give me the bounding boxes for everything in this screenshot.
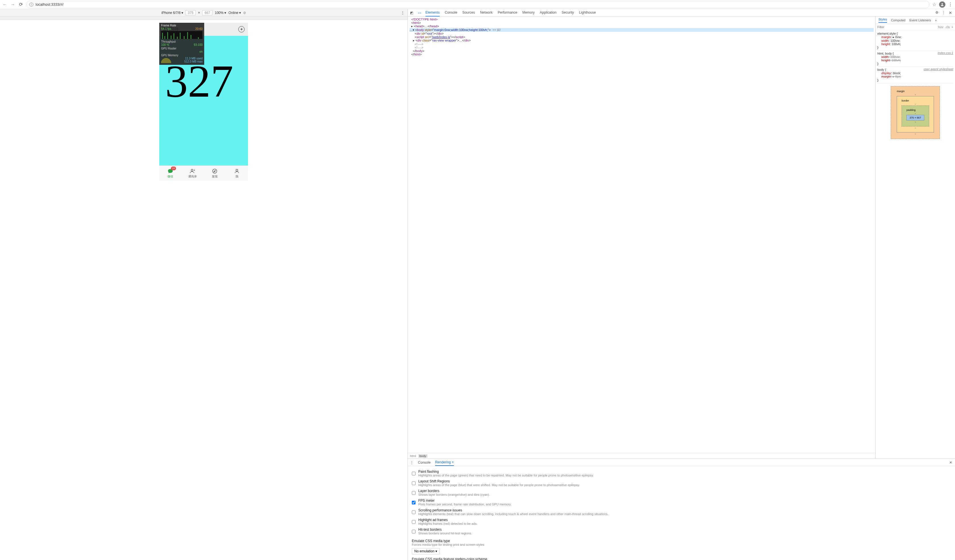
reload-button[interactable]: ⟳ [18, 2, 23, 7]
style-rules[interactable]: element.style { margin: ▸ 0vw; width: 10… [876, 30, 955, 458]
styles-tab[interactable]: Styles [878, 18, 887, 23]
device-more-icon[interactable]: ⋮ [401, 11, 405, 15]
devtools-tab-memory[interactable]: Memory [523, 9, 535, 17]
browser-menu-icon[interactable]: ⋮ [948, 2, 953, 7]
person-icon [233, 168, 240, 174]
devtools-tab-sources[interactable]: Sources [462, 9, 475, 17]
rendering-checkbox[interactable] [412, 470, 415, 477]
rendering-option: Layout Shift RegionsHighlights areas of … [412, 478, 951, 488]
devtools-more-icon[interactable]: ⋮ [942, 11, 945, 15]
fps-overlay: Frame Rate 54.1 fps20-60 Throughput 100 … [159, 23, 204, 65]
dom-breadcrumbs[interactable]: html body [408, 453, 875, 458]
computed-tab[interactable]: Computed [891, 19, 905, 22]
contacts-icon [189, 168, 196, 174]
devtools-tabbar: ◩ ▭ ElementsConsoleSourcesNetworkPerform… [408, 9, 955, 17]
tab-badge: 10 [171, 167, 176, 170]
profile-avatar-icon[interactable] [939, 2, 945, 8]
tab-bar: 10 微信 通讯录 发现 [159, 166, 248, 181]
svg-point-2 [213, 169, 217, 173]
rendering-checkbox[interactable] [412, 518, 415, 525]
compass-icon [211, 168, 218, 174]
rendering-checkbox[interactable] [412, 499, 415, 506]
forward-button[interactable]: → [10, 2, 16, 7]
address-bar[interactable]: i localhost:3333/#/ [26, 1, 929, 8]
devtools-tab-elements[interactable]: Elements [426, 9, 440, 17]
devtools-tab-lighthouse[interactable]: Lighthouse [579, 9, 596, 17]
styles-filter-input[interactable] [877, 25, 936, 29]
back-button[interactable]: ← [2, 2, 8, 7]
device-frame: Frame Rate 54.1 fps20-60 Throughput 100 … [159, 23, 248, 181]
rendering-option: Scrolling performance issuesHighlights e… [412, 507, 951, 517]
drawer-close-icon[interactable]: ✕ [949, 460, 952, 465]
rendering-checkbox[interactable] [412, 509, 415, 516]
big-number: 327 [165, 59, 233, 104]
rendering-option: Highlight ad framesHighlights frames (re… [412, 517, 951, 526]
tab-me[interactable]: 我 [226, 166, 248, 181]
svg-point-1 [191, 169, 193, 171]
svg-point-0 [942, 3, 943, 5]
bookmark-icon[interactable]: ☆ [932, 2, 936, 7]
tab-wechat[interactable]: 10 微信 [159, 166, 182, 181]
devtools-tab-performance[interactable]: Performance [498, 9, 517, 17]
site-info-icon[interactable]: i [29, 3, 33, 6]
rendering-checkbox[interactable] [412, 480, 415, 486]
cls-toggle[interactable]: .cls [945, 25, 950, 29]
ruler-horizontal [0, 17, 407, 20]
devtools-tab-network[interactable]: Network [480, 9, 493, 17]
fps-graph [161, 31, 202, 39]
device-select[interactable]: iPhone 6/7/8 ▾ [161, 11, 183, 15]
devtools-close-icon[interactable]: ✕ [949, 11, 952, 15]
add-button[interactable]: + [238, 26, 244, 33]
rotate-icon[interactable]: ⊘ [243, 11, 246, 15]
devtools-drawer: ⋮ Console Rendering × ✕ Paint flashingHi… [408, 458, 955, 560]
browser-toolbar: ← → ⟳ i localhost:3333/#/ ☆ ⋮ [0, 0, 955, 9]
new-rule-icon[interactable]: + [952, 25, 953, 29]
viewport-height-input[interactable] [202, 10, 213, 16]
dom-tree[interactable]: <!DOCTYPE html> <html> ▸ <head>…</head> … [408, 17, 875, 453]
rendering-option: Hit-test bordersShows borders around hit… [412, 526, 951, 536]
rendering-checkbox[interactable] [412, 490, 415, 496]
inspect-icon[interactable]: ◩ [408, 11, 416, 15]
drawer-tab-rendering[interactable]: Rendering × [435, 459, 454, 466]
hov-toggle[interactable]: :hov [937, 25, 943, 29]
rendering-option: Layer bordersShows layer borders (orange… [412, 488, 951, 497]
zoom-select[interactable]: 100% ▾ [215, 11, 226, 15]
throttle-select[interactable]: Online ▾ [229, 11, 241, 15]
drawer-tab-console[interactable]: Console [418, 460, 431, 465]
viewport-width-input[interactable] [185, 10, 196, 16]
url-text: localhost:3333/#/ [36, 2, 63, 6]
rendering-checkbox[interactable] [412, 528, 415, 535]
box-model: margin- border- padding- 375 × 667 - - - [877, 84, 953, 141]
tab-discover[interactable]: 发现 [204, 166, 226, 181]
devtools-tab-application[interactable]: Application [540, 9, 557, 17]
emulate-media-select[interactable]: No emulation ▾ [412, 548, 440, 554]
device-mode-icon[interactable]: ▭ [416, 11, 424, 15]
devtools-tab-security[interactable]: Security [562, 9, 574, 17]
drawer-more-icon[interactable]: ⋮ [410, 460, 413, 465]
event-listeners-tab[interactable]: Event Listeners [910, 19, 931, 22]
rendering-option: Paint flashingHighlights areas of the pa… [412, 468, 951, 478]
more-tabs-icon[interactable]: » [935, 19, 937, 22]
devtools-tab-console[interactable]: Console [445, 9, 457, 17]
svg-point-3 [236, 169, 238, 171]
rendering-option: FPS meterPlots frames per second, frame … [412, 497, 951, 507]
styles-panel: Styles Computed Event Listeners » :hov .… [875, 17, 955, 458]
device-toolbar: iPhone 6/7/8 ▾ × 100% ▾ Online ▾ ⊘ ⋮ [0, 9, 407, 17]
settings-icon[interactable]: ⚙ [935, 11, 938, 15]
tab-contacts[interactable]: 通讯录 [182, 166, 204, 181]
